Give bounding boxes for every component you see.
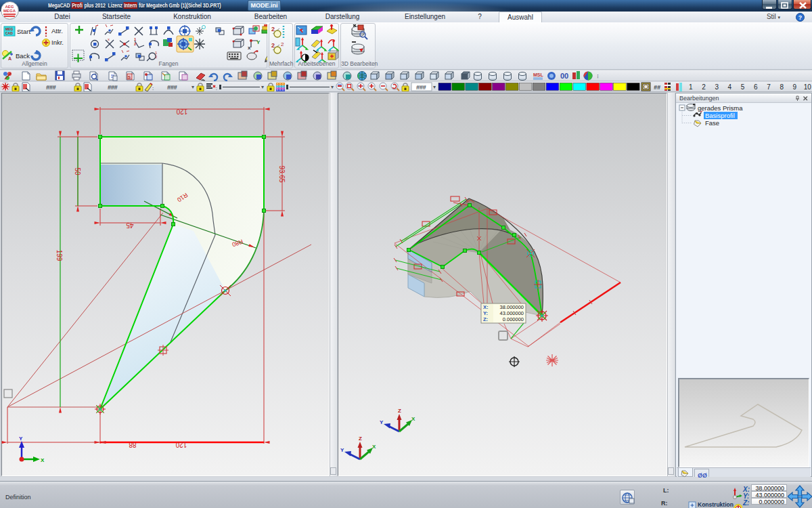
svg-text:1: 1: [689, 83, 693, 91]
svg-text:###: ###: [416, 83, 427, 91]
svg-text:X:: X:: [483, 304, 489, 310]
svg-text:x: x: [248, 45, 251, 51]
svg-text:X: X: [41, 457, 45, 463]
svg-text:Basisprofil: Basisprofil: [705, 112, 735, 119]
svg-text:45: 45: [126, 221, 134, 229]
svg-text:93.65: 93.65: [278, 165, 286, 182]
svg-text:Start: Start: [17, 28, 30, 35]
svg-text:MSL: MSL: [533, 72, 544, 77]
svg-text:9: 9: [793, 83, 797, 91]
svg-text:?: ?: [798, 14, 803, 21]
svg-text:Z: Z: [398, 408, 401, 414]
svg-text:▾: ▾: [261, 84, 264, 90]
svg-text:88: 88: [129, 441, 137, 448]
svg-text:43.000000: 43.000000: [500, 310, 524, 316]
svg-text:2: 2: [702, 83, 706, 91]
svg-text:Back: Back: [16, 52, 30, 60]
svg-text:▾: ▾: [433, 84, 436, 90]
svg-text:S: S: [128, 75, 131, 79]
svg-text:##: ##: [654, 84, 660, 91]
svg-text:Y: Y: [340, 447, 344, 453]
svg-text:Y: Y: [380, 419, 384, 425]
svg-text:120: 120: [175, 441, 187, 448]
svg-text:120: 120: [176, 108, 187, 115]
svg-text:Inkr.: Inkr.: [51, 39, 64, 46]
svg-text:3: 3: [715, 83, 719, 91]
svg-text:ØØ: ØØ: [698, 472, 707, 479]
svg-text:38.000000: 38.000000: [500, 304, 524, 310]
svg-text:Y: Y: [19, 436, 23, 442]
svg-text:1: 1: [134, 37, 137, 41]
svg-text:A: A: [8, 56, 12, 61]
svg-text:00: 00: [560, 72, 568, 80]
svg-text:MEGA: MEGA: [3, 9, 16, 13]
svg-text:CAD: CAD: [5, 31, 13, 35]
svg-text::: :: [216, 86, 217, 91]
svg-text:8: 8: [780, 83, 784, 91]
svg-text:X: X: [411, 416, 415, 422]
svg-text:2: 2: [281, 41, 284, 47]
svg-text:Attr.: Attr.: [51, 27, 63, 35]
svg-text:5: 5: [741, 83, 745, 91]
svg-text:4: 4: [728, 83, 732, 91]
svg-text:50: 50: [74, 167, 81, 175]
svg-text:Y: Y: [256, 39, 261, 45]
svg-text:X: X: [372, 444, 376, 450]
svg-text:2: 2: [155, 55, 158, 59]
svg-text:▾: ▾: [191, 84, 194, 90]
svg-text:7: 7: [767, 83, 771, 91]
svg-text:###: ###: [108, 83, 118, 91]
svg-text:gerades Prisma: gerades Prisma: [698, 104, 743, 112]
svg-text:Z:: Z:: [483, 316, 488, 322]
svg-text:2: 2: [271, 42, 275, 49]
svg-text:###: ###: [167, 83, 178, 91]
svg-text:0.000000: 0.000000: [503, 316, 524, 322]
svg-text:6: 6: [754, 83, 758, 91]
svg-text:▾: ▾: [331, 84, 334, 90]
svg-text:Y:: Y:: [483, 310, 488, 316]
svg-text:Fase: Fase: [705, 119, 719, 127]
svg-text::: :: [152, 85, 154, 91]
svg-text:10: 10: [804, 83, 812, 91]
svg-text:199: 199: [55, 250, 63, 261]
svg-text:2: 2: [271, 26, 275, 33]
svg-text:x: x: [108, 37, 110, 41]
svg-text:###: ###: [46, 83, 57, 91]
svg-text:Z: Z: [359, 436, 362, 442]
svg-text:⁝: ⁝: [597, 72, 599, 79]
